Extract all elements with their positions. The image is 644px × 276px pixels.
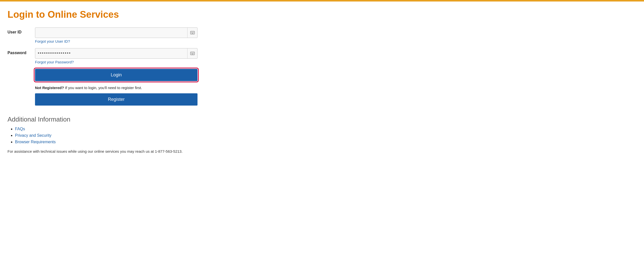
privacy-security-link[interactable]: Privacy and Security [15,133,52,138]
password-keyboard-icon[interactable] [187,48,197,58]
register-button-wrapper: Register [35,93,198,106]
page-container: Login to Online Services User ID [0,1,225,163]
additional-info-list: FAQs Privacy and Security Browser Requir… [8,127,218,144]
password-input[interactable] [35,48,187,58]
list-item: Browser Requirements [15,140,218,144]
userid-input-container [35,27,198,38]
password-field-wrapper: Forgot your Password? [35,48,198,64]
forgot-userid-link[interactable]: Forgot your User ID? [35,39,70,43]
userid-label: User ID [8,27,35,34]
password-input-container [35,48,198,59]
faqs-link[interactable]: FAQs [15,127,25,131]
assistance-text: For assistance with technical issues whi… [8,149,218,153]
userid-field-row: User ID [8,27,198,44]
not-registered-body: If you want to login, you'll need to reg… [65,86,142,90]
not-registered-prefix: Not Registered? [35,86,64,90]
password-field-row: Password [8,48,198,64]
forgot-password-link[interactable]: Forgot your Password? [35,60,74,64]
page-title: Login to Online Services [8,9,218,20]
list-item: FAQs [15,127,218,131]
register-button[interactable]: Register [35,93,198,106]
login-button-wrapper: Login [35,69,198,81]
userid-field-wrapper: Forgot your User ID? [35,27,198,44]
login-button[interactable]: Login [35,69,198,81]
additional-info-title: Additional Information [8,116,218,123]
userid-input[interactable] [35,28,187,38]
password-label: Password [8,48,35,55]
additional-info-section: Additional Information FAQs Privacy and … [8,116,218,144]
userid-keyboard-icon[interactable] [187,28,197,38]
login-form: User ID [8,27,198,106]
list-item: Privacy and Security [15,133,218,138]
not-registered-text: Not Registered? If you want to login, yo… [35,86,198,90]
browser-requirements-link[interactable]: Browser Requirements [15,140,56,144]
